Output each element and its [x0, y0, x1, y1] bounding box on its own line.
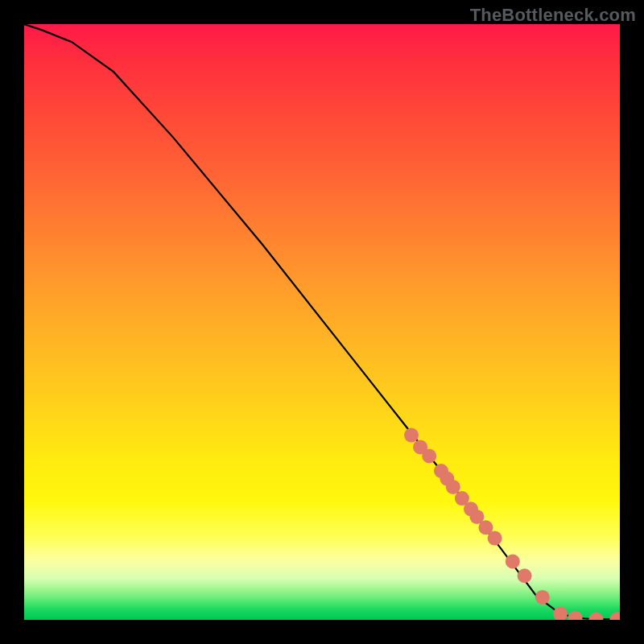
- marker-dot: [404, 428, 419, 443]
- marker-dot: [446, 480, 460, 494]
- marker-dot: [455, 491, 469, 506]
- marker-dot: [506, 554, 520, 568]
- marker-dot: [609, 612, 620, 620]
- chart-stage: TheBottleneck.com: [0, 0, 644, 644]
- marker-dot: [535, 590, 550, 605]
- marker-dot: [434, 464, 448, 478]
- marker-dot: [588, 612, 603, 620]
- marker-group: [404, 428, 620, 620]
- marker-dot: [553, 607, 568, 620]
- marker-dot: [422, 449, 436, 464]
- marker-dot: [479, 520, 493, 535]
- marker-dot: [413, 440, 427, 454]
- watermark-label: TheBottleneck.com: [470, 5, 636, 26]
- marker-dot: [488, 531, 502, 546]
- marker-dot: [518, 568, 532, 583]
- marker-dot: [568, 611, 583, 620]
- marker-dot: [440, 472, 454, 486]
- marker-dot: [469, 510, 484, 524]
- plot-area: [24, 24, 620, 620]
- marker-dot: [464, 502, 478, 516]
- main-curve: [24, 24, 620, 619]
- curve-layer: [24, 24, 620, 620]
